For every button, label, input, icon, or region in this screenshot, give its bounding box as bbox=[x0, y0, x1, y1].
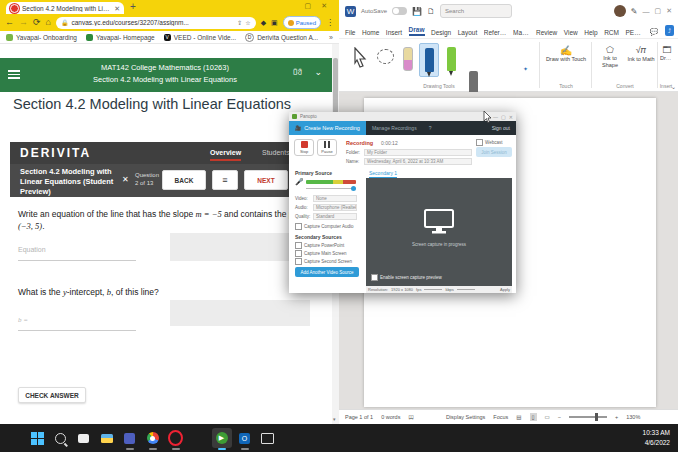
user-avatar[interactable] bbox=[614, 5, 626, 17]
close-question-icon[interactable]: ✕ bbox=[122, 175, 129, 184]
draw-with-touch-button[interactable]: ✍ Draw with Touch bbox=[545, 45, 587, 63]
header-chevron-down-icon[interactable]: ⌄ bbox=[314, 67, 322, 77]
recorder-maximize-icon[interactable]: ▢ bbox=[501, 114, 506, 120]
powerpoint-checkbox[interactable] bbox=[295, 242, 302, 249]
display-settings-button[interactable]: Display Settings bbox=[446, 414, 485, 420]
folder-select[interactable]: My Folder bbox=[364, 149, 472, 156]
create-new-recording-tab[interactable]: 🎥 Create New Recording bbox=[289, 121, 366, 135]
ink-to-math-button[interactable]: √𝜋 Ink to Math bbox=[627, 45, 655, 63]
bookmark-item[interactable]: Yavapai- Onboarding bbox=[6, 34, 77, 41]
capture-computer-audio-option[interactable]: Capture Computer Audio bbox=[295, 223, 354, 230]
enable-preview-option[interactable]: Enable screen capture preview bbox=[371, 274, 442, 281]
autosave-toggle[interactable] bbox=[392, 7, 407, 15]
tab-perrla[interactable]: PERRLA bbox=[625, 29, 643, 36]
tab-students[interactable]: Students bbox=[262, 149, 290, 156]
tab-review[interactable]: Review bbox=[536, 29, 557, 36]
recorder-close-icon[interactable]: ✕ bbox=[509, 114, 513, 120]
b-input[interactable] bbox=[18, 330, 136, 331]
reload-icon[interactable]: ⟳ bbox=[33, 18, 41, 27]
save-icon[interactable]: 💾 bbox=[412, 7, 422, 16]
main-screen-checkbox[interactable] bbox=[295, 250, 302, 257]
zoom-level[interactable]: 130% bbox=[626, 414, 640, 420]
home-icon[interactable]: ⌂ bbox=[46, 18, 51, 27]
tab-design[interactable]: Design bbox=[431, 29, 451, 36]
hamburger-menu-icon[interactable] bbox=[8, 68, 20, 81]
capture-second-screen-option[interactable]: Capture Second Screen bbox=[295, 258, 352, 265]
start-button[interactable] bbox=[28, 428, 48, 448]
scroll-down-icon[interactable]: ▾ bbox=[333, 416, 336, 422]
edit-pencil-icon[interactable]: ✎ bbox=[631, 7, 638, 16]
apply-button[interactable]: Apply bbox=[500, 287, 510, 292]
manage-recordings-tab[interactable]: Manage Recordings bbox=[366, 125, 423, 131]
menu-kebab-icon[interactable]: ⋮ bbox=[326, 18, 334, 27]
question-list-button[interactable]: ≡ bbox=[212, 170, 238, 190]
print-layout-icon[interactable]: ▯ bbox=[530, 413, 537, 421]
page-indicator[interactable]: Page 1 of 1 bbox=[345, 414, 373, 420]
word-count[interactable]: 0 words bbox=[381, 414, 400, 420]
pause-button[interactable]: Pause bbox=[317, 139, 337, 156]
word-maximize-icon[interactable]: ▢ bbox=[655, 7, 662, 15]
word-minimize-icon[interactable]: — bbox=[643, 8, 650, 15]
ribbon-collapse-chevron-icon[interactable]: ⌄ bbox=[671, 83, 676, 90]
teams-button[interactable] bbox=[120, 428, 140, 448]
tab-home[interactable]: Home bbox=[362, 29, 379, 36]
taskbar-clock[interactable]: 10:33 AM 4/6/2022 bbox=[643, 428, 670, 448]
select-tool-icon[interactable] bbox=[351, 47, 369, 69]
session-name-input[interactable]: Wednesday, April 6, 2022 at 10:33 AM bbox=[364, 158, 472, 165]
tab-layout[interactable]: Layout bbox=[458, 29, 478, 36]
new-tab-button[interactable]: + bbox=[130, 1, 136, 12]
immersive-reader-icon[interactable]: ᱛᱚ bbox=[293, 67, 302, 77]
side-panel-icon[interactable]: ▣ bbox=[271, 19, 278, 27]
focus-button[interactable]: Focus bbox=[493, 414, 508, 420]
pen-blue-selected[interactable] bbox=[419, 43, 439, 77]
proofing-icon[interactable]: 🕮 bbox=[408, 414, 414, 420]
resolution-value[interactable]: 1920 x 1080 bbox=[391, 287, 413, 292]
drawing-canvas-button[interactable]: 🗔 Drawing Canvas bbox=[660, 45, 674, 62]
webcast-checkbox[interactable] bbox=[476, 139, 483, 146]
share-icon[interactable]: ⇪ bbox=[237, 19, 242, 26]
tab-references[interactable]: References bbox=[484, 29, 507, 36]
stop-button[interactable]: Stop bbox=[294, 139, 314, 156]
zoom-in-button[interactable]: + bbox=[615, 414, 618, 420]
sign-out-link[interactable]: Sign out bbox=[486, 125, 516, 131]
browser-close-icon[interactable]: ✕ bbox=[321, 2, 327, 10]
quality-select[interactable]: Standard bbox=[313, 213, 357, 220]
webcast-option[interactable]: Webcast bbox=[476, 139, 502, 146]
enable-preview-checkbox[interactable] bbox=[371, 274, 378, 281]
next-button[interactable]: NEXT bbox=[244, 170, 288, 190]
chrome-button[interactable] bbox=[143, 428, 163, 448]
eraser-tool[interactable] bbox=[403, 47, 413, 71]
join-session-button[interactable]: Join Session bbox=[476, 147, 512, 157]
tab-file[interactable]: File bbox=[345, 29, 355, 36]
tab-insert[interactable]: Insert bbox=[386, 29, 402, 36]
audio-gain-slider[interactable] bbox=[306, 188, 356, 189]
bookmarks-overflow-icon[interactable]: » bbox=[329, 34, 333, 41]
zoom-slider[interactable] bbox=[569, 416, 607, 418]
panopto-button[interactable]: ▶ bbox=[212, 428, 232, 448]
bookmark-star-icon[interactable]: ☆ bbox=[245, 19, 250, 26]
capture-main-screen-option[interactable]: Capture Main Screen bbox=[295, 250, 347, 257]
bookmark-item[interactable]: V VEED - Online Vide... bbox=[164, 34, 236, 41]
new-document-icon[interactable]: 🗋 bbox=[427, 7, 435, 16]
kbps-slider[interactable] bbox=[457, 289, 475, 290]
extension-icon[interactable]: ◆ bbox=[261, 19, 266, 27]
help-icon[interactable]: ? bbox=[423, 125, 438, 131]
taskbar-search-button[interactable] bbox=[51, 428, 71, 448]
outlook-button[interactable]: O bbox=[235, 428, 255, 448]
read-mode-icon[interactable]: ▤ bbox=[516, 414, 521, 420]
address-bar[interactable]: 🔒 canvas.yc.edu/courses/32207/assignm...… bbox=[56, 17, 256, 29]
search-box[interactable]: Search bbox=[440, 4, 512, 18]
tab-help[interactable]: Help bbox=[584, 29, 597, 36]
tab-rcm[interactable]: RCM bbox=[604, 29, 619, 36]
tab-view[interactable]: View bbox=[564, 29, 578, 36]
add-video-source-button[interactable]: Add Another Video Source bbox=[295, 267, 359, 277]
video-select[interactable]: None bbox=[313, 195, 357, 202]
back-button[interactable]: BACK bbox=[162, 170, 206, 190]
audio-select[interactable]: Microphone (Realtek(R) Audio) bbox=[313, 204, 357, 211]
fps-slider[interactable] bbox=[424, 289, 442, 290]
share-button[interactable]: ⤴ bbox=[665, 25, 674, 36]
app-window-button[interactable] bbox=[258, 428, 278, 448]
forward-nav-icon[interactable]: → bbox=[19, 18, 28, 27]
browser-maximize-icon[interactable]: ▢ bbox=[304, 2, 311, 10]
zoom-slider-thumb[interactable] bbox=[595, 413, 598, 421]
